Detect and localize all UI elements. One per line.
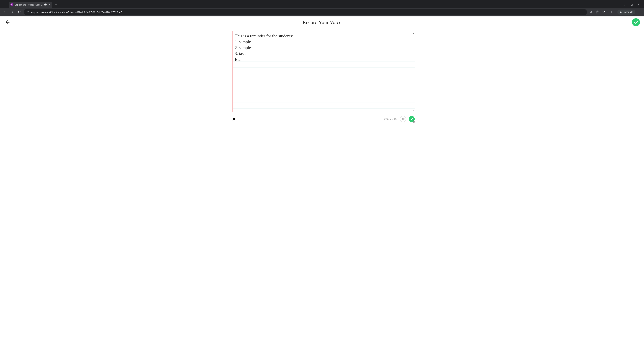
scroll-down-arrow[interactable]: ▼ <box>412 109 414 111</box>
svg-point-2 <box>28 12 28 13</box>
page-title: Record Your Voice <box>302 19 342 25</box>
back-button[interactable] <box>5 19 10 25</box>
voice-search-button[interactable] <box>590 10 593 13</box>
toolbar-right-icons: Incognito <box>589 9 642 14</box>
panel-icon <box>611 10 614 13</box>
svg-rect-3 <box>612 11 614 13</box>
svg-point-5 <box>640 12 640 12</box>
arrow-left-icon <box>3 10 6 14</box>
window-minimize-button[interactable] <box>623 3 626 6</box>
plus-icon <box>55 3 58 6</box>
footer-right-group: 0:03 / 2:00 <box>384 116 415 122</box>
note-body[interactable]: This is a reminder for the students: 1. … <box>233 31 415 112</box>
nav-back-button[interactable] <box>2 9 8 15</box>
window-close-button[interactable] <box>637 3 640 6</box>
window-maximize-button[interactable] <box>630 3 633 6</box>
check-icon <box>410 117 414 121</box>
window-controls <box>623 3 643 6</box>
tab-strip: S Explain and Reflect - Seesaw <box>0 0 644 8</box>
kebab-icon <box>638 10 641 13</box>
svg-point-4 <box>640 11 640 11</box>
content-area: This is a reminder for the students: 1. … <box>0 28 644 112</box>
browser-tab[interactable]: S Explain and Reflect - Seesaw <box>9 2 52 8</box>
note-line: This is a reminder for the students: <box>235 33 413 39</box>
toolbar-separator <box>608 10 608 14</box>
reload-icon <box>18 10 21 14</box>
check-icon <box>634 20 638 25</box>
new-tab-button[interactable] <box>54 2 59 7</box>
svg-rect-0 <box>631 4 632 5</box>
recording-timer: 0:03 / 2:00 <box>384 117 397 120</box>
note-line: 1. sample <box>235 39 413 45</box>
extensions-button[interactable] <box>602 10 605 13</box>
puzzle-icon <box>602 10 605 13</box>
close-icon <box>232 117 236 121</box>
nav-forward-button[interactable] <box>9 9 15 15</box>
browser-chrome: S Explain and Reflect - Seesaw <box>0 0 644 16</box>
nav-reload-button[interactable] <box>16 9 22 15</box>
microphone-icon <box>590 10 593 13</box>
accept-recording-button[interactable] <box>409 116 415 122</box>
scroll-up-arrow[interactable]: ▲ <box>412 32 414 34</box>
volume-button[interactable] <box>400 116 406 122</box>
arrow-left-icon <box>5 19 10 25</box>
note-margin-rule <box>229 31 233 112</box>
incognito-label: Incognito <box>624 11 633 13</box>
bookmark-button[interactable] <box>596 10 599 14</box>
cursor-icon <box>413 120 416 123</box>
incognito-icon <box>619 10 622 13</box>
elapsed-time: 0:03 <box>384 117 390 120</box>
seesaw-favicon: S <box>10 3 14 6</box>
svg-point-6 <box>640 13 640 13</box>
chevron-down-icon <box>3 3 6 5</box>
app-header: Record Your Voice <box>0 16 644 28</box>
speaker-icon <box>401 117 405 121</box>
tune-icon <box>26 10 29 13</box>
maximize-icon <box>630 4 633 6</box>
incognito-indicator[interactable]: Incognito <box>617 9 635 14</box>
url-text: app.seesaw.me/#/item/new/class/class.e01… <box>31 11 585 13</box>
note-line: Etc. <box>235 56 413 62</box>
address-bar[interactable]: app.seesaw.me/#/item/new/class/class.e01… <box>24 9 587 15</box>
browser-toolbar: app.seesaw.me/#/item/new/class/class.e01… <box>0 8 644 16</box>
confirm-button[interactable] <box>632 18 640 26</box>
side-panel-button[interactable] <box>611 10 614 13</box>
arrow-right-icon <box>10 10 14 14</box>
tab-search-dropdown[interactable] <box>1 1 8 7</box>
note-line: 2. samples <box>235 45 413 51</box>
recording-footer: 0:03 / 2:00 <box>228 116 416 122</box>
note-card: This is a reminder for the students: 1. … <box>228 31 416 112</box>
cancel-button[interactable] <box>229 117 236 121</box>
note-line: 3. tasks <box>235 51 413 56</box>
site-settings-icon[interactable] <box>26 10 30 14</box>
recording-indicator-icon <box>44 3 46 6</box>
tab-title: Explain and Reflect - Seesaw <box>15 3 43 6</box>
svg-point-1 <box>28 11 29 11</box>
close-icon <box>48 4 50 6</box>
browser-menu-button[interactable] <box>638 10 641 13</box>
close-tab-button[interactable] <box>48 3 51 6</box>
total-time: 2:00 <box>392 117 397 120</box>
star-icon <box>596 10 599 14</box>
time-separator: / <box>390 117 392 120</box>
minimize-icon <box>623 3 626 6</box>
close-icon <box>638 3 640 6</box>
